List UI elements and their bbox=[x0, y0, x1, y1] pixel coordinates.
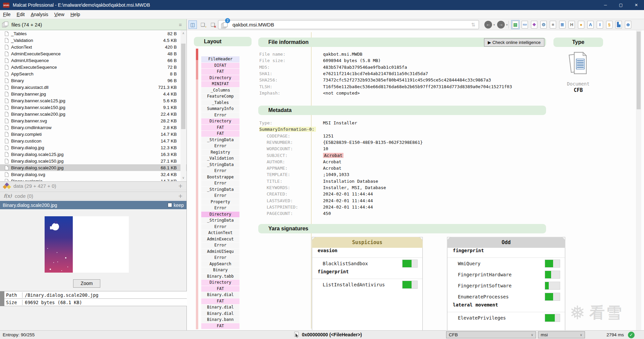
back-history-caret-icon[interactable]: ▾ bbox=[493, 23, 495, 26]
file-row[interactable]: Binary.exclamic14.7 KB bbox=[0, 178, 186, 181]
structure-view-icon[interactable]: ❖ bbox=[530, 20, 538, 29]
files-panel-header[interactable]: files (74 + 24) ≡ bbox=[0, 19, 186, 30]
yara-rule[interactable]: FingerprintSoftware bbox=[447, 280, 565, 291]
scrollbar-thumb[interactable] bbox=[181, 44, 185, 129]
sidebar-toggle-button[interactable]: ◫ bbox=[189, 20, 197, 29]
forward-button[interactable]: → bbox=[497, 21, 505, 29]
parser-select-caret-icon[interactable]: ∨ bbox=[580, 332, 582, 338]
layout-item[interactable]: SummaryInfo bbox=[201, 106, 239, 112]
layout-item[interactable]: Binary.dial bbox=[201, 292, 239, 298]
strings-view-icon[interactable]: A bbox=[586, 20, 595, 29]
format-select[interactable]: CFB ∨ bbox=[446, 331, 536, 338]
content-scrollbar[interactable] bbox=[636, 30, 641, 330]
file-row[interactable]: AdminUISequence66 B bbox=[0, 57, 186, 64]
layout-item[interactable]: FileHeader bbox=[201, 56, 239, 62]
layout-item[interactable]: _Validation bbox=[201, 156, 239, 162]
layout-item[interactable]: Error bbox=[201, 242, 239, 248]
layout-item[interactable]: MINIFAT bbox=[201, 81, 239, 87]
layout-item[interactable]: _StringData bbox=[201, 137, 239, 143]
scroll-down-icon[interactable]: ∨ bbox=[180, 175, 186, 180]
file-row[interactable]: Binary.dialog.scale200.jpg68.1 KB bbox=[0, 164, 186, 171]
yara-rule[interactable]: WmiQuery bbox=[447, 258, 565, 269]
scripts-view-icon[interactable]: § bbox=[605, 20, 613, 29]
keep-checkbox[interactable] bbox=[168, 203, 172, 207]
layout-item[interactable]: Error bbox=[201, 112, 239, 118]
layout-item[interactable]: FeatureComp bbox=[201, 94, 239, 100]
layout-item[interactable]: Binary.dial bbox=[201, 304, 239, 310]
layout-minimap-strip[interactable] bbox=[196, 49, 198, 329]
check-online-intelligence-button[interactable]: ▶ Check online intelligence bbox=[484, 38, 544, 47]
layout-item[interactable]: Registry bbox=[201, 150, 239, 156]
file-row[interactable]: Binary.custicon14.7 KB bbox=[0, 137, 186, 144]
minimize-button[interactable]: ─ bbox=[598, 0, 613, 10]
database-view-icon[interactable]: ● bbox=[577, 20, 585, 29]
format-select-caret-icon[interactable]: ∨ bbox=[531, 332, 533, 338]
menu-file[interactable]: File bbox=[0, 12, 14, 17]
parser-select[interactable]: msi ∨ bbox=[538, 331, 585, 338]
file-row[interactable]: AdvtExecuteSequence72 B bbox=[0, 64, 186, 70]
info-view-icon[interactable]: I bbox=[596, 20, 604, 29]
layout-item[interactable]: Error bbox=[201, 143, 239, 149]
code-section-header[interactable]: f(x) code (0) + bbox=[0, 191, 186, 200]
layout-item[interactable]: Bootstrappe bbox=[201, 174, 239, 180]
layout-item[interactable]: Binary.dial bbox=[201, 311, 239, 317]
forward-history-caret-icon[interactable]: ▾ bbox=[506, 23, 508, 26]
file-row[interactable]: _Tables82 B bbox=[0, 30, 186, 37]
layout-item[interactable]: Error bbox=[201, 180, 239, 186]
layout-item[interactable]: Error bbox=[201, 255, 239, 261]
layout-item[interactable]: DIFAT bbox=[201, 63, 239, 69]
layout-item[interactable]: _Columns bbox=[201, 88, 239, 94]
hex-view-icon[interactable]: 010 bbox=[521, 20, 529, 29]
file-row[interactable]: _Validation4.5 KB bbox=[0, 37, 186, 44]
zoom-button[interactable]: Zoom bbox=[73, 279, 100, 288]
layout-item[interactable]: _Tables bbox=[201, 100, 239, 106]
layout-item[interactable]: Binary.bann bbox=[201, 317, 239, 323]
selected-stream-bar[interactable]: Binary.dialog.scale200.jpg keep bbox=[0, 201, 186, 209]
content-scrollbar-thumb[interactable] bbox=[637, 32, 641, 109]
layout-item[interactable]: FAT bbox=[201, 125, 239, 131]
close-button[interactable]: ✕ bbox=[629, 0, 644, 10]
layout-item[interactable]: Directory bbox=[201, 212, 239, 218]
layout-item[interactable]: Property bbox=[201, 199, 239, 205]
menu-analysis[interactable]: Analysis bbox=[28, 12, 51, 17]
file-row[interactable]: Binary.aicustact.dll721.3 KB bbox=[0, 84, 186, 91]
file-row[interactable]: Binary.dialog.scale150.jpg27.1 KB bbox=[0, 158, 186, 164]
document-tab[interactable]: 2 qakbot.msi.MWDB ⇅ bbox=[218, 20, 479, 29]
layout-item[interactable]: Binary.tabb bbox=[201, 274, 239, 280]
layout-item[interactable]: FAT bbox=[201, 323, 239, 329]
layout-item[interactable]: FAT bbox=[201, 286, 239, 292]
file-row[interactable]: Binary.banner.jpg4.4 KB bbox=[0, 91, 186, 97]
file-row[interactable]: Binary.dialog.svg32.4 KB bbox=[0, 171, 186, 178]
file-row[interactable]: AdminExecuteSequence48 B bbox=[0, 50, 186, 57]
headers-view-icon[interactable]: H bbox=[568, 20, 576, 29]
yara-rule[interactable]: BlacklistSandbox bbox=[312, 258, 422, 269]
overview-view-icon[interactable]: ▤ bbox=[511, 20, 520, 29]
keep-control[interactable]: keep bbox=[168, 203, 184, 208]
menu-edit[interactable]: Edit bbox=[14, 12, 28, 17]
file-row[interactable]: ActionText420 B bbox=[0, 44, 186, 50]
file-row[interactable]: Binary.dialog.scale125.jpg16.3 KB bbox=[0, 151, 186, 158]
add-code-button[interactable]: + bbox=[178, 192, 182, 200]
layout-item[interactable]: Error bbox=[201, 205, 239, 211]
scroll-up-icon[interactable]: ∧ bbox=[180, 31, 186, 36]
menu-view[interactable]: View bbox=[51, 12, 67, 17]
layout-item[interactable]: AdminExecut bbox=[201, 236, 239, 242]
layout-item[interactable]: FAT bbox=[201, 131, 239, 137]
virtual-view-icon[interactable]: ⚙ bbox=[539, 20, 548, 29]
file-row[interactable]: Binary.cmdlinkarrow2.8 KB bbox=[0, 124, 186, 131]
layout-item[interactable]: Error bbox=[201, 224, 239, 230]
file-row[interactable]: Binary.banner.scale150.jpg9.1 KB bbox=[0, 104, 186, 111]
sort-icon[interactable]: ⇅ bbox=[471, 22, 475, 28]
file-row[interactable]: AppSearch8 B bbox=[0, 70, 186, 77]
layout-item[interactable]: ActionText bbox=[201, 230, 239, 236]
layout-item[interactable]: Error bbox=[201, 168, 239, 174]
file-row[interactable]: Binary.banner.scale200.jpg22.4 KB bbox=[0, 111, 186, 117]
close-file-button[interactable]: ❏✕ bbox=[209, 20, 217, 29]
layout-item[interactable]: _StringData bbox=[201, 162, 239, 168]
stats-view-icon[interactable]: ▙ bbox=[614, 20, 623, 29]
layout-item[interactable]: Directory bbox=[201, 118, 239, 124]
yara-rule[interactable]: FingerprintHardware bbox=[447, 269, 565, 280]
add-data-button[interactable]: + bbox=[178, 182, 182, 189]
layout-item[interactable]: Binary bbox=[201, 267, 239, 273]
online-view-icon[interactable]: ⊕ bbox=[624, 20, 632, 29]
